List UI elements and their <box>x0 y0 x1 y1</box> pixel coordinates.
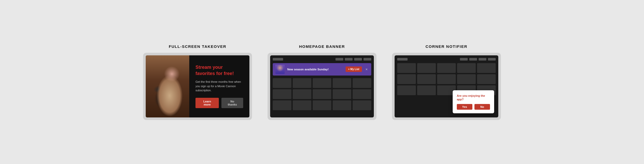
nav-item-4 <box>363 58 371 61</box>
section-title-notifier: CORNER NOTIFIER <box>425 44 467 49</box>
nav-item-2 <box>345 58 353 61</box>
corner-grid-cell <box>477 74 496 84</box>
takeover-content: Stream your favorites for free! Get the … <box>189 55 249 117</box>
grid-cell <box>353 100 371 110</box>
takeover-body: Get the first three months free when you… <box>195 80 243 93</box>
banner-thumbnail <box>275 65 285 74</box>
grid-cell <box>293 89 311 99</box>
takeover-buttons: Learn more No thanks <box>195 98 243 108</box>
corner-grid-row-2 <box>397 74 496 84</box>
corner-notifier-question: Are you enjoying the app? <box>457 94 490 101</box>
grid-cell <box>353 89 371 99</box>
corner-grid-cell <box>417 85 436 95</box>
takeover-screen: Stream your favorites for free! Get the … <box>146 55 249 117</box>
corner-notifier-buttons: Yes No <box>457 104 490 110</box>
takeover-photo <box>146 55 189 117</box>
mockup-card-takeover: Stream your favorites for free! Get the … <box>143 53 252 120</box>
nav-logo-placeholder <box>273 58 283 61</box>
corner-grid-cell <box>457 74 476 84</box>
grid-row-2 <box>273 89 371 99</box>
no-thanks-button[interactable]: No thanks <box>221 98 243 108</box>
banner-nav-bar <box>273 58 371 61</box>
banner-close-button[interactable]: × <box>365 67 369 71</box>
corner-grid-cell <box>397 74 416 84</box>
grid-cell <box>293 78 311 88</box>
corner-grid-cell <box>397 63 416 73</box>
section-corner-notifier: CORNER NOTIFIER <box>389 44 503 120</box>
yes-button[interactable]: Yes <box>457 104 472 110</box>
banner-notification: New season available Sunday! + My List × <box>273 63 371 76</box>
corner-grid-row-1 <box>397 63 496 73</box>
corner-nav-item-2 <box>469 58 477 61</box>
grid-cell <box>353 78 371 88</box>
main-container: FULL-SCREEN TAKEOVER Stream your favorit… <box>141 44 503 120</box>
banner-add-list-button[interactable]: + My List <box>346 66 362 72</box>
corner-notifier-popup: Are you enjoying the app? Yes No <box>453 90 494 113</box>
corner-grid-cell <box>417 63 436 73</box>
corner-grid-cell <box>397 85 416 95</box>
mockup-card-notifier: Are you enjoying the app? Yes No <box>392 53 501 120</box>
corner-grid-cell <box>457 63 476 73</box>
corner-nav-item-1 <box>460 58 468 61</box>
grid-row-3 <box>273 100 371 110</box>
corner-grid-cell <box>437 63 456 73</box>
grid-cell <box>333 100 351 110</box>
banner-notification-text: New season available Sunday! <box>287 68 343 71</box>
corner-nav-bar <box>397 58 496 61</box>
grid-cell <box>313 100 331 110</box>
section-title-banner: HOMEPAGE BANNER <box>299 44 345 49</box>
grid-cell <box>313 78 331 88</box>
corner-nav-logo <box>397 58 408 61</box>
no-button[interactable]: No <box>474 104 490 110</box>
corner-grid-cell <box>437 74 456 84</box>
nav-item-3 <box>354 58 362 61</box>
section-title-takeover: FULL-SCREEN TAKEOVER <box>169 44 226 49</box>
banner-screen: New season available Sunday! + My List × <box>270 55 374 117</box>
takeover-image <box>146 55 189 117</box>
section-full-screen-takeover: FULL-SCREEN TAKEOVER Stream your favorit… <box>141 44 255 120</box>
corner-grid-cell <box>417 74 436 84</box>
grid-cell <box>293 100 311 110</box>
grid-cell <box>333 89 351 99</box>
corner-nav-item-4 <box>488 58 496 61</box>
grid-cell <box>273 100 291 110</box>
grid-cell <box>313 89 331 99</box>
nav-item-1 <box>335 58 343 61</box>
mockup-card-banner: New season available Sunday! + My List × <box>268 53 376 120</box>
corner-grid-cell <box>477 63 496 73</box>
corner-screen: Are you enjoying the app? Yes No <box>395 55 498 117</box>
section-homepage-banner: HOMEPAGE BANNER New season avail <box>265 44 379 120</box>
grid-cell <box>333 78 351 88</box>
learn-more-button[interactable]: Learn more <box>195 98 219 108</box>
grid-cell <box>273 78 291 88</box>
banner-thumb-image <box>275 65 285 74</box>
grid-cell <box>273 89 291 99</box>
grid-row-1 <box>273 78 371 88</box>
takeover-headline: Stream your favorites for free! <box>195 64 243 77</box>
corner-nav-item-3 <box>479 58 486 61</box>
